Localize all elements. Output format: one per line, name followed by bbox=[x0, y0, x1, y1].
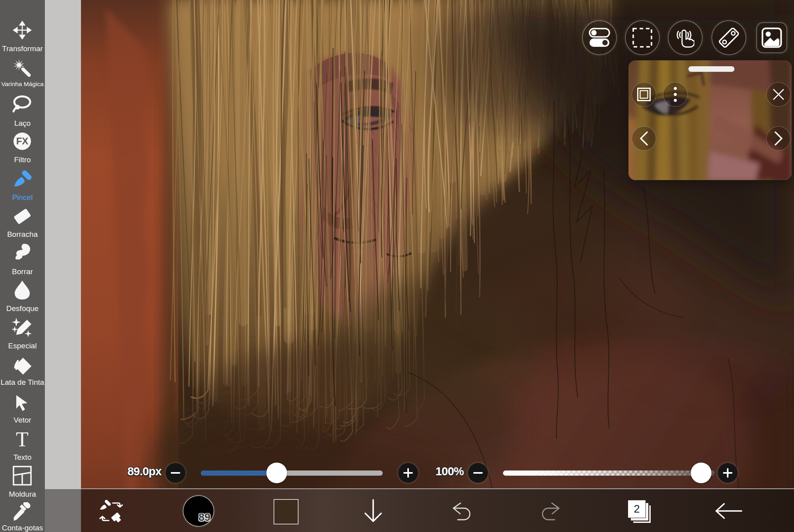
svg-text:FX: FX bbox=[16, 136, 29, 146]
svg-text:T: T bbox=[16, 430, 29, 449]
